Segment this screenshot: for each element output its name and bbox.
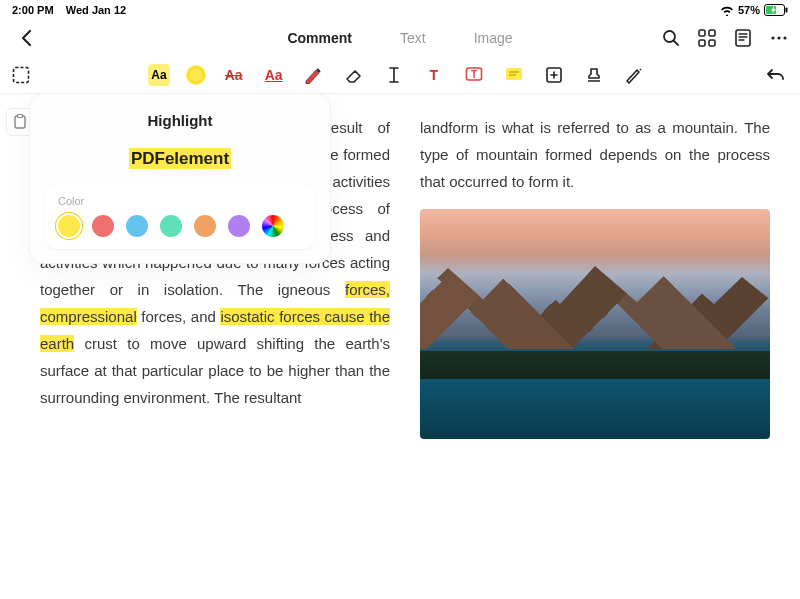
svg-point-3 bbox=[664, 31, 675, 42]
reader-icon[interactable] bbox=[734, 29, 752, 47]
highlight-popover: Highlight PDFelement Color bbox=[30, 94, 330, 263]
swatch-yellow[interactable] bbox=[58, 215, 80, 237]
svg-point-10 bbox=[777, 36, 780, 39]
tab-comment[interactable]: Comment bbox=[287, 30, 352, 46]
battery-percent: 57% bbox=[738, 4, 760, 16]
callout-tool[interactable]: T bbox=[462, 63, 486, 87]
more-icon[interactable] bbox=[770, 29, 788, 47]
signature-tool[interactable] bbox=[622, 63, 646, 87]
textbox-tool[interactable]: T bbox=[422, 63, 446, 87]
svg-rect-5 bbox=[709, 30, 715, 36]
column-right[interactable]: landform is what is referred to as a mou… bbox=[420, 114, 770, 599]
undo-button[interactable] bbox=[764, 63, 788, 87]
popover-title: Highlight bbox=[46, 112, 314, 129]
status-left: 2:00 PM Wed Jan 12 bbox=[12, 4, 126, 16]
underline-tool[interactable]: Aa bbox=[262, 63, 286, 87]
eraser-tool[interactable] bbox=[342, 63, 366, 87]
swatch-orange[interactable] bbox=[194, 215, 216, 237]
status-right: 57% bbox=[720, 4, 788, 16]
color-picker-card: Color bbox=[46, 185, 314, 249]
highlight-sample: PDFelement bbox=[46, 149, 314, 169]
status-date: Wed Jan 12 bbox=[66, 4, 126, 16]
text-segment: forces, and bbox=[137, 308, 221, 325]
stamp-tool[interactable] bbox=[582, 63, 606, 87]
search-icon[interactable] bbox=[662, 29, 680, 47]
document-content: Mountains are the most prominent result … bbox=[0, 94, 800, 599]
sticky-note-tool[interactable] bbox=[502, 63, 526, 87]
highlight-sample-text: PDFelement bbox=[129, 148, 231, 169]
highlight-color-button[interactable] bbox=[186, 65, 206, 85]
color-label: Color bbox=[58, 195, 302, 207]
strikethrough-tool[interactable]: Aa bbox=[222, 63, 246, 87]
toolbar-tools: Aa Aa Aa T T bbox=[148, 63, 645, 87]
highlight-tool[interactable]: Aa bbox=[148, 64, 169, 86]
svg-rect-2 bbox=[786, 8, 788, 13]
swatch-red[interactable] bbox=[92, 215, 114, 237]
svg-rect-12 bbox=[14, 67, 29, 82]
svg-rect-7 bbox=[709, 40, 715, 46]
color-swatches bbox=[58, 215, 302, 237]
mountain-image[interactable] bbox=[420, 209, 770, 439]
top-right-actions bbox=[662, 29, 788, 47]
back-button[interactable] bbox=[12, 24, 40, 52]
swatch-blue[interactable] bbox=[126, 215, 148, 237]
pen-tool[interactable] bbox=[302, 63, 326, 87]
svg-point-11 bbox=[783, 36, 786, 39]
top-nav: Comment Text Image bbox=[0, 20, 800, 56]
svg-text:T: T bbox=[471, 69, 477, 80]
swatch-custom[interactable] bbox=[262, 215, 284, 237]
battery-icon bbox=[764, 4, 788, 16]
mode-tabs: Comment Text Image bbox=[287, 30, 512, 46]
svg-point-9 bbox=[771, 36, 774, 39]
annotation-toolbar: Aa Aa Aa T T bbox=[0, 56, 800, 94]
tab-image[interactable]: Image bbox=[474, 30, 513, 46]
tab-text[interactable]: Text bbox=[400, 30, 426, 46]
wifi-icon bbox=[720, 5, 734, 16]
attachment-tool[interactable] bbox=[542, 63, 566, 87]
status-bar: 2:00 PM Wed Jan 12 57% bbox=[0, 0, 800, 20]
text-cursor-tool[interactable] bbox=[382, 63, 406, 87]
status-time: 2:00 PM bbox=[12, 4, 54, 16]
grid-view-icon[interactable] bbox=[698, 29, 716, 47]
text-segment: landform is what is referred to as a mou… bbox=[420, 114, 770, 195]
text-segment: crust to move upward shifting the earth'… bbox=[40, 335, 390, 406]
svg-rect-6 bbox=[699, 40, 705, 46]
swatch-purple[interactable] bbox=[228, 215, 250, 237]
area-select-icon[interactable] bbox=[12, 66, 30, 84]
svg-rect-8 bbox=[736, 30, 750, 46]
svg-rect-15 bbox=[506, 68, 522, 80]
svg-rect-4 bbox=[699, 30, 705, 36]
swatch-teal[interactable] bbox=[160, 215, 182, 237]
